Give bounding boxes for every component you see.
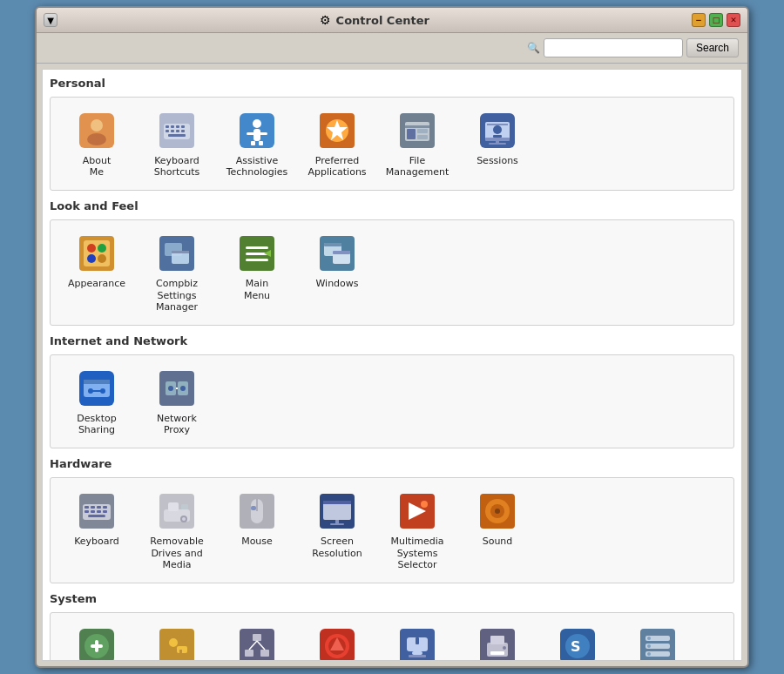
label-sessions: Sessions bbox=[476, 155, 518, 166]
svg-rect-9 bbox=[166, 130, 169, 132]
svg-rect-46 bbox=[172, 251, 189, 253]
svg-rect-12 bbox=[181, 130, 185, 132]
item-package-manager[interactable]: Package Manager bbox=[298, 620, 376, 661]
section-title-internet-network: Internet and Network bbox=[50, 334, 734, 349]
item-assistive-technologies[interactable]: Assistive Technologies bbox=[218, 104, 296, 183]
titlebar-icon: ⚙ bbox=[320, 13, 331, 27]
svg-rect-38 bbox=[84, 240, 110, 266]
svg-rect-112 bbox=[245, 650, 253, 657]
icon-sound bbox=[476, 490, 518, 532]
label-appearance: Appearance bbox=[68, 278, 125, 289]
minimize-button[interactable]: − bbox=[692, 13, 706, 27]
item-removable-drives[interactable]: Removable Drives and Media bbox=[138, 485, 216, 576]
svg-rect-11 bbox=[176, 130, 179, 132]
svg-point-42 bbox=[98, 254, 106, 263]
icon-windows bbox=[316, 233, 358, 274]
item-register-opensolaris[interactable]: SRegister OpenSolaris bbox=[538, 620, 617, 661]
item-compbiz-settings[interactable]: Compbiz Settings Manager bbox=[138, 227, 216, 318]
svg-rect-113 bbox=[260, 650, 269, 657]
svg-rect-19 bbox=[259, 141, 263, 145]
svg-point-15 bbox=[253, 119, 261, 128]
svg-rect-48 bbox=[246, 246, 268, 249]
icon-about-me bbox=[76, 110, 118, 152]
svg-rect-111 bbox=[253, 634, 261, 641]
svg-point-138 bbox=[647, 644, 651, 648]
item-file-management[interactable]: File Management bbox=[378, 104, 456, 183]
icon-keyboard bbox=[76, 490, 118, 532]
icon-screen-resolution bbox=[316, 490, 358, 532]
section-title-hardware: Hardware bbox=[50, 457, 734, 472]
item-keyboard[interactable]: Keyboard bbox=[57, 485, 136, 576]
item-mouse[interactable]: Mouse bbox=[218, 485, 296, 576]
item-preferred-applications[interactable]: Preferred Applications bbox=[298, 104, 376, 183]
item-power-management[interactable]: Power Management bbox=[378, 620, 456, 661]
svg-rect-109 bbox=[179, 650, 182, 654]
item-print-manager[interactable]: Print Manager bbox=[458, 620, 537, 661]
content-area: PersonalAbout MeKeyboard ShortcutsAssist… bbox=[42, 69, 742, 661]
item-screen-resolution[interactable]: Screen Resolution bbox=[298, 485, 376, 576]
svg-rect-5 bbox=[166, 125, 169, 128]
item-add-software[interactable]: Add More Software bbox=[57, 620, 136, 661]
item-windows[interactable]: Windows bbox=[298, 227, 376, 318]
svg-rect-72 bbox=[91, 506, 95, 509]
item-network[interactable]: Network bbox=[218, 620, 296, 661]
svg-rect-83 bbox=[181, 504, 188, 509]
section-internet-network: Internet and NetworkDesktop SharingNetwo… bbox=[50, 334, 734, 448]
label-screen-resolution: Screen Resolution bbox=[312, 536, 362, 558]
svg-rect-124 bbox=[416, 637, 419, 644]
item-multimedia[interactable]: Multimedia Systems Selector bbox=[378, 485, 456, 576]
section-hardware: HardwareKeyboardRemovable Drives and Med… bbox=[50, 457, 734, 583]
svg-rect-56 bbox=[333, 251, 350, 254]
item-sound[interactable]: Sound bbox=[458, 485, 537, 576]
svg-rect-74 bbox=[103, 506, 107, 509]
svg-rect-76 bbox=[91, 510, 95, 513]
icon-power-management bbox=[396, 625, 438, 661]
icon-preferred-applications bbox=[316, 110, 358, 152]
svg-rect-92 bbox=[323, 501, 351, 504]
icon-appearance bbox=[76, 233, 118, 274]
item-main-menu[interactable]: Main Menu bbox=[218, 227, 296, 318]
section-title-personal: Personal bbox=[50, 77, 734, 91]
section-items-look-and-feel: AppearanceCompbiz Settings ManagerMain M… bbox=[50, 219, 734, 326]
svg-rect-6 bbox=[171, 125, 174, 128]
label-assistive-technologies: Assistive Technologies bbox=[226, 155, 288, 178]
search-icon: 🔍 bbox=[527, 42, 540, 54]
item-sessions[interactable]: Sessions bbox=[458, 104, 537, 183]
svg-rect-122 bbox=[412, 651, 422, 655]
item-appearance[interactable]: Appearance bbox=[57, 227, 136, 318]
section-items-hardware: KeyboardRemovable Drives and MediaMouseS… bbox=[50, 477, 734, 583]
label-desktop-sharing: Desktop Sharing bbox=[77, 413, 116, 435]
maximize-button[interactable]: □ bbox=[709, 13, 723, 27]
svg-rect-54 bbox=[324, 243, 341, 246]
svg-rect-34 bbox=[489, 143, 506, 145]
icon-mouse bbox=[236, 490, 278, 532]
svg-rect-89 bbox=[251, 506, 256, 510]
close-button[interactable]: ✕ bbox=[727, 13, 740, 27]
svg-rect-31 bbox=[487, 124, 508, 125]
section-items-internet-network: Desktop SharingNetwork Proxy bbox=[50, 354, 734, 448]
svg-rect-79 bbox=[88, 515, 105, 517]
item-desktop-sharing[interactable]: Desktop Sharing bbox=[57, 362, 136, 441]
svg-rect-8 bbox=[181, 125, 185, 128]
svg-rect-28 bbox=[417, 135, 428, 139]
search-input[interactable] bbox=[544, 38, 683, 57]
icon-network bbox=[236, 625, 278, 661]
svg-point-1 bbox=[91, 119, 103, 131]
svg-point-101 bbox=[495, 509, 500, 514]
item-keyring[interactable]: Keyring Manager bbox=[138, 620, 216, 661]
toolbar: 🔍 Search bbox=[37, 33, 747, 64]
svg-point-35 bbox=[493, 125, 502, 134]
item-services[interactable]: Services bbox=[618, 620, 697, 661]
label-sound: Sound bbox=[483, 536, 513, 547]
svg-rect-36 bbox=[493, 135, 502, 138]
item-network-proxy[interactable]: Network Proxy bbox=[138, 362, 216, 441]
window-menu-button[interactable]: ▼ bbox=[44, 13, 57, 27]
svg-rect-13 bbox=[168, 134, 186, 137]
svg-rect-27 bbox=[417, 129, 428, 133]
icon-sessions bbox=[476, 110, 518, 152]
item-keyboard-shortcuts[interactable]: Keyboard Shortcuts bbox=[138, 104, 216, 183]
label-mouse: Mouse bbox=[241, 536, 273, 547]
search-button[interactable]: Search bbox=[686, 38, 739, 57]
item-about-me[interactable]: About Me bbox=[57, 104, 136, 183]
svg-rect-25 bbox=[405, 125, 429, 128]
